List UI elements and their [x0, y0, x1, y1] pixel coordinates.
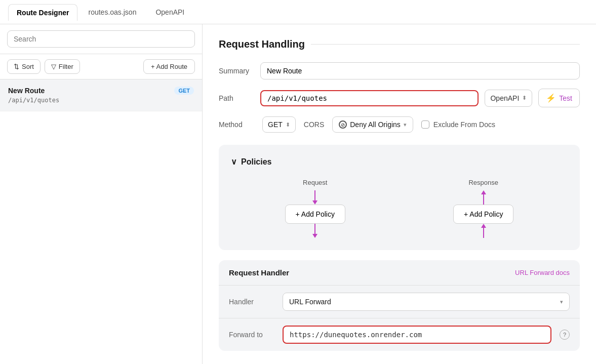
- chevron-updown-icon: ⬍: [522, 95, 527, 101]
- route-path: /api/v1/quotes: [8, 97, 194, 104]
- policies-columns: Request + Add Policy: [231, 179, 568, 238]
- response-add-policy-label: + Add Policy: [464, 210, 503, 218]
- method-chevron-icon: ⬍: [286, 122, 290, 128]
- method-label: Method: [219, 120, 254, 129]
- summary-row: Summary: [219, 62, 580, 79]
- forward-row: Forward to ?: [219, 318, 580, 351]
- main-layout: ⇅ Sort ▽ Filter + Add Route New Route GE…: [0, 24, 596, 364]
- handler-select[interactable]: URL Forward ▾: [283, 293, 570, 311]
- response-arrow-line-bottom: [483, 228, 484, 238]
- method-select[interactable]: GET ⬍: [262, 116, 296, 133]
- sort-label: Sort: [22, 63, 34, 70]
- cors-value: Deny All Origins: [350, 120, 401, 129]
- request-add-policy-button[interactable]: + Add Policy: [285, 205, 345, 224]
- response-add-policy-button[interactable]: + Add Policy: [453, 205, 513, 224]
- response-arrow-line-top: [483, 194, 484, 205]
- tab-route-designer[interactable]: Route Designer: [8, 4, 77, 21]
- request-handler-section: Request Handler URL Forward docs Handler…: [219, 260, 580, 351]
- request-arrow-line-bottom: [314, 224, 315, 234]
- sort-icon: ⇅: [14, 63, 19, 70]
- path-input[interactable]: [267, 94, 471, 102]
- exclude-docs-checkbox[interactable]: [421, 120, 429, 129]
- lightning-icon: ⚡: [546, 93, 556, 103]
- search-bar: [0, 24, 202, 54]
- openapi-select[interactable]: OpenAPI ⬍: [485, 90, 532, 107]
- policies-label: Policies: [241, 157, 271, 167]
- section-title-text: Request Handling: [219, 38, 305, 50]
- left-panel: ⇅ Sort ▽ Filter + Add Route New Route GE…: [0, 24, 203, 364]
- method-row: Method GET ⬍ CORS ⊘ Deny All Origins ▾ E…: [219, 116, 580, 133]
- request-arrow-down: [312, 190, 317, 205]
- request-col-label: Request: [303, 179, 327, 186]
- left-toolbar: ⇅ Sort ▽ Filter + Add Route: [0, 54, 202, 79]
- request-arrow-head-2: [312, 234, 317, 238]
- method-value: GET: [268, 120, 283, 129]
- forward-label: Forward to: [229, 331, 274, 339]
- response-policy-column: Response + Add Policy: [400, 179, 568, 238]
- handler-label: Handler: [229, 298, 274, 306]
- cors-select[interactable]: ⊘ Deny All Origins ▾: [332, 116, 413, 133]
- search-input[interactable]: [7, 30, 195, 48]
- sort-button[interactable]: ⇅ Sort: [7, 59, 41, 74]
- summary-input[interactable]: [260, 62, 580, 79]
- test-label: Test: [559, 94, 572, 102]
- route-list: New Route GET /api/v1/quotes: [0, 79, 202, 364]
- tab-routes-oas[interactable]: routes.oas.json: [80, 4, 145, 20]
- response-arrow-up-2: [481, 224, 486, 238]
- add-route-button[interactable]: + Add Route: [143, 59, 195, 74]
- request-arrow-head: [312, 200, 317, 205]
- help-icon[interactable]: ?: [560, 330, 570, 340]
- exclude-docs: Exclude From Docs: [421, 120, 495, 129]
- response-arrow-head-2: [481, 224, 486, 228]
- policies-chevron-icon: ∨: [231, 157, 237, 167]
- path-row: Path OpenAPI ⬍ ⚡ Test: [219, 89, 580, 107]
- response-col-label: Response: [468, 179, 498, 186]
- response-arrow-head: [481, 190, 486, 194]
- add-route-label: + Add Route: [151, 63, 187, 70]
- tab-openapi[interactable]: OpenAPI: [147, 4, 193, 20]
- cors-label: CORS: [304, 120, 324, 129]
- exclude-docs-label: Exclude From Docs: [433, 120, 495, 129]
- app-container: Route Designer routes.oas.json OpenAPI ⇅…: [0, 0, 596, 364]
- filter-button[interactable]: ▽ Filter: [45, 59, 80, 74]
- cors-chevron-icon: ▾: [404, 122, 407, 128]
- openapi-select-label: OpenAPI: [490, 94, 519, 102]
- policies-section: ∨ Policies Request + Add Policy: [219, 145, 580, 250]
- request-arrow-down-2: [312, 224, 317, 238]
- right-panel: Request Handling Summary Path OpenAPI ⬍ …: [203, 24, 596, 364]
- tab-bar: Route Designer routes.oas.json OpenAPI: [0, 0, 596, 24]
- handler-title: Request Handler: [229, 268, 289, 277]
- summary-label: Summary: [219, 67, 254, 75]
- filter-icon: ▽: [51, 63, 56, 70]
- test-button[interactable]: ⚡ Test: [538, 89, 580, 107]
- response-arrow-up: [481, 190, 486, 205]
- path-label: Path: [219, 94, 254, 102]
- handler-header: Request Handler URL Forward docs: [219, 260, 580, 286]
- route-name: New Route: [8, 87, 45, 95]
- request-add-policy-label: + Add Policy: [296, 210, 335, 218]
- route-item-header: New Route GET: [8, 87, 194, 95]
- handler-row: Handler URL Forward ▾: [219, 286, 580, 318]
- handler-select-value: URL Forward: [289, 298, 331, 306]
- request-arrow-line-top: [314, 190, 315, 200]
- cors-circle-icon: ⊘: [339, 120, 347, 129]
- section-title: Request Handling: [219, 38, 580, 50]
- handler-docs-link[interactable]: URL Forward docs: [515, 269, 570, 276]
- route-method-badge: GET: [174, 87, 194, 95]
- forward-input[interactable]: [290, 331, 544, 339]
- help-symbol: ?: [563, 332, 566, 338]
- request-policy-column: Request + Add Policy: [231, 179, 400, 238]
- route-item[interactable]: New Route GET /api/v1/quotes: [0, 79, 202, 111]
- forward-field-wrapper: [283, 326, 551, 344]
- path-field-wrapper: [260, 90, 479, 106]
- handler-chevron-icon: ▾: [560, 299, 563, 305]
- filter-label: Filter: [59, 63, 73, 70]
- policies-header[interactable]: ∨ Policies: [231, 157, 568, 167]
